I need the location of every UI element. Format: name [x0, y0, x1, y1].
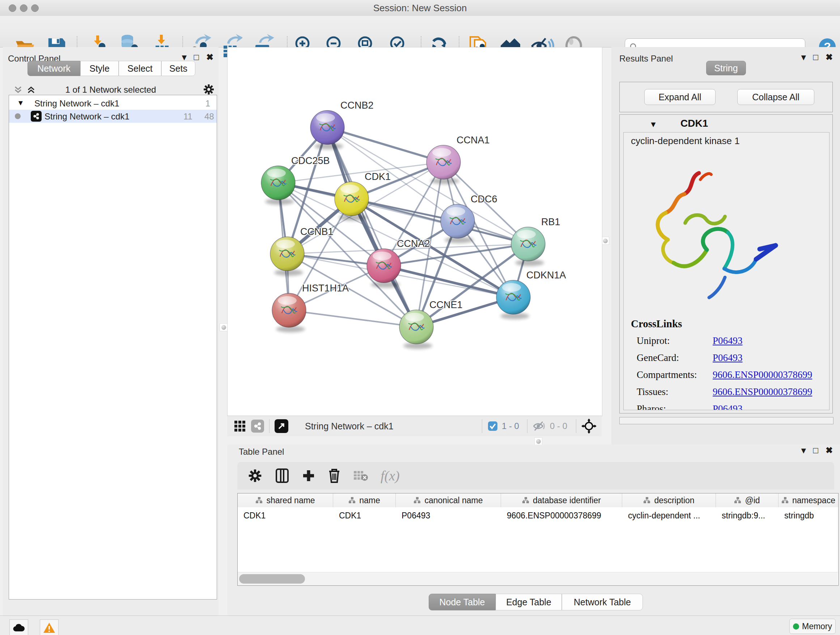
table-panel-window-icons: ▾□✖	[794, 445, 833, 455]
panel-float-icon[interactable]: □	[813, 445, 818, 455]
memory-button[interactable]: Memory	[789, 619, 836, 634]
crosslink-value-link[interactable]: P06493	[713, 403, 743, 410]
tab-network-table[interactable]: Network Table	[562, 594, 643, 610]
window-minimize-button[interactable]	[20, 4, 27, 12]
node-description: cyclin-dependent kinase 1	[631, 135, 740, 147]
results-panel-window-icons: ▾□✖	[794, 52, 833, 62]
delete-table-icon[interactable]	[353, 470, 368, 482]
hidden-eye-icon[interactable]	[532, 420, 546, 432]
panel-close-icon[interactable]: ✖	[826, 52, 833, 62]
tab-select[interactable]: Select	[118, 61, 161, 76]
birdseye-view-icon[interactable]	[275, 419, 288, 433]
network-options-gear-icon[interactable]	[202, 83, 215, 96]
node-table: shared name name canonical name database…	[237, 493, 838, 586]
section-title: CDK1	[681, 118, 708, 129]
window-close-button[interactable]	[9, 4, 16, 12]
network-node-cdc25b[interactable]: CDC25B	[261, 155, 330, 205]
network-node-rb1[interactable]: RB1	[511, 217, 561, 266]
column-type-icon	[348, 497, 355, 504]
network-collection-row[interactable]: ▼ String Network – cdk1 1	[9, 97, 217, 110]
column-type-icon	[522, 497, 529, 504]
scrollbar-thumb[interactable]	[239, 574, 305, 584]
crosslink-value-link[interactable]: 9606.ENSP00000378699	[713, 386, 812, 397]
crosshair-icon[interactable]	[581, 418, 597, 434]
cell-database-identifier: 9606.ENSP00000378699	[501, 507, 622, 521]
network-node-ccne1[interactable]: CCNE1	[399, 299, 463, 349]
column-header-canonical-name[interactable]: canonical name	[396, 494, 501, 507]
network-node-cdkn1a[interactable]: CDKN1A	[496, 270, 566, 319]
cdk1-section-box: ▼ CDK1 cyclin-dependent kinase 1	[619, 114, 833, 413]
table-row[interactable]: CDK1 CDK1 P06493 9606.ENSP00000378699 cy…	[238, 507, 838, 521]
share-view-icon[interactable]	[251, 420, 264, 432]
crosslinks-title: CrossLinks	[631, 318, 682, 330]
crosslink-row: Tissues:9606.ENSP00000378699	[637, 383, 825, 401]
titlebar: Session: New Session	[0, 0, 840, 16]
panel-menu-icon[interactable]: ▾	[801, 52, 806, 62]
network-row-label: String Network – cdk1	[44, 111, 129, 122]
status-bar: Memory	[0, 616, 840, 635]
crosslink-value-link[interactable]: P06493	[713, 335, 743, 346]
tab-edge-table[interactable]: Edge Table	[496, 594, 562, 610]
panel-close-icon[interactable]: ✖	[826, 445, 833, 455]
crosslink-label: Pharos:	[637, 401, 713, 410]
column-type-icon	[643, 497, 651, 504]
network-view-canvas[interactable]: CCNB2CCNA1CDC25BCDK1CDC6RB1CCNB1CCNA2CDK…	[227, 47, 602, 416]
crosslink-value-link[interactable]: 9606.ENSP00000378699	[713, 369, 812, 380]
show-columns-icon[interactable]	[275, 468, 289, 484]
cloud-button[interactable]	[9, 619, 28, 635]
tab-style[interactable]: Style	[80, 61, 118, 76]
crosslinks-list: Uniprot:P06493 GeneCard:P06493 Compartme…	[637, 333, 825, 410]
right-splitter-handle[interactable]	[601, 237, 609, 245]
table-panel: Table Panel ▾□✖ f(x) shared name name ca…	[227, 445, 840, 616]
tab-network[interactable]: Network	[27, 61, 80, 76]
column-header-name[interactable]: name	[333, 494, 396, 507]
table-horizontal-scrollbar[interactable]	[238, 572, 837, 585]
panel-menu-icon[interactable]: ▾	[801, 445, 806, 455]
warnings-button[interactable]	[40, 619, 58, 635]
left-splitter-handle[interactable]	[219, 323, 227, 331]
window-zoom-button[interactable]	[31, 4, 39, 12]
network-row-selected[interactable]: String Network – cdk1 11 48	[9, 110, 217, 123]
expand-all-button[interactable]: Expand All	[644, 89, 715, 105]
delete-column-icon[interactable]	[328, 468, 341, 484]
selected-checkbox-icon[interactable]	[487, 421, 498, 432]
bottom-splitter-handle[interactable]	[534, 437, 542, 445]
crosslink-row: Uniprot:P06493	[637, 333, 825, 349]
function-builder-icon[interactable]: f(x)	[381, 468, 400, 484]
column-header-at-id[interactable]: @id	[716, 494, 778, 507]
panel-float-icon[interactable]: □	[813, 52, 818, 62]
panel-float-icon[interactable]: □	[194, 52, 199, 62]
crosslink-value-link[interactable]: P06493	[713, 352, 743, 363]
table-settings-gear-icon[interactable]	[248, 468, 263, 483]
tab-string[interactable]: String	[706, 61, 746, 75]
window-title: Session: New Session	[0, 0, 840, 16]
node-label: CDKN1A	[526, 270, 566, 280]
memory-status-dot	[793, 624, 799, 630]
column-header-description[interactable]: description	[622, 494, 716, 507]
protein-structure-image	[638, 158, 783, 310]
panel-menu-icon[interactable]: ▾	[182, 52, 186, 62]
node-label: RB1	[541, 217, 561, 227]
toolbar-separator	[527, 419, 527, 433]
table-tabs: Node TableEdge TableNetwork Table	[429, 594, 643, 610]
panel-close-icon[interactable]: ✖	[206, 52, 213, 62]
crosslink-row: GeneCard:P06493	[637, 349, 825, 366]
section-collapse-icon[interactable]: ▼	[649, 120, 657, 129]
column-header-database-identifier[interactable]: database identifier	[501, 494, 622, 507]
hidden-counts: 0 - 0	[550, 421, 567, 431]
crosslink-label: GeneCard:	[637, 349, 713, 366]
add-column-icon[interactable]	[302, 469, 316, 483]
tab-sets[interactable]: Sets	[161, 61, 195, 76]
tree-expander-icon[interactable]: ▼	[17, 99, 24, 107]
column-header-namespace[interactable]: namespace	[778, 494, 838, 507]
network-node-ccnb1[interactable]: CCNB1	[270, 226, 333, 276]
node-label: CCNA2	[397, 238, 430, 249]
network-node-hist1h1a[interactable]: HIST1H1A	[272, 283, 349, 333]
tab-node-table[interactable]: Node Table	[429, 594, 496, 610]
results-scroll-strip[interactable]	[619, 417, 834, 424]
node-label: CDC25B	[291, 155, 330, 166]
collapse-all-button[interactable]: Collapse All	[737, 89, 814, 105]
column-header-shared-name[interactable]: shared name	[238, 494, 333, 507]
grid-view-icon[interactable]	[234, 420, 246, 432]
network-node-ccnb2[interactable]: CCNB2	[310, 100, 374, 149]
